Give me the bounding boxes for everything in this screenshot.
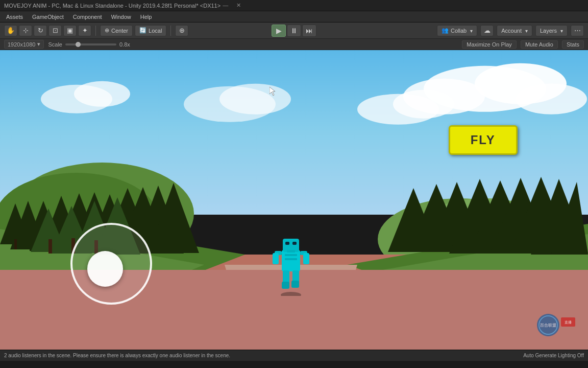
game-view: FLY 百合联盟 直播 [0, 50, 588, 350]
local-icon: 🔄 [139, 27, 146, 34]
collab-icon: 👥 [442, 27, 449, 34]
svg-text:直播: 直播 [565, 320, 572, 324]
maximize-on-play-btn[interactable]: Maximize On Play [462, 40, 517, 49]
account-label: Account [501, 28, 522, 34]
title-text: MOVEJOY ANIM - PC, Mac & Linux Standalon… [4, 3, 220, 9]
move-tool-btn[interactable]: ⊹ [19, 25, 32, 36]
scale-thumb[interactable] [76, 42, 81, 47]
stats-btn[interactable]: Stats [562, 40, 584, 49]
svg-rect-50 [48, 239, 52, 254]
toolbar-right: 👥 Collab ☁ Account Layers ⋯ [437, 25, 584, 36]
separator-2 [170, 26, 171, 36]
status-right-text: Auto Generate Lighting Off [523, 353, 584, 358]
svg-rect-65 [291, 281, 299, 288]
resolution-chevron-icon: ▾ [37, 41, 40, 48]
joystick-inner[interactable] [87, 251, 123, 287]
separator-1 [95, 26, 96, 36]
svg-marker-46 [31, 209, 66, 252]
toolbar: ✋ ⊹ ↻ ⊡ ▣ ✦ ⊕ Center 🔄 Local ⊕ ▶ ⏸ ⏭ 👥 C… [0, 22, 588, 39]
svg-rect-53 [282, 250, 300, 271]
resolution-value: 1920x1080 [8, 41, 35, 48]
sub-toolbar: 1920x1080 ▾ Scale 0.8x Maximize On Play … [0, 39, 588, 50]
mute-audio-btn[interactable]: Mute Audio [521, 40, 558, 49]
svg-rect-57 [287, 250, 295, 252]
svg-point-12 [475, 214, 588, 275]
local-label: Local [149, 28, 162, 34]
menu-bar: Assets GameObject Component Window Help [0, 11, 588, 22]
svg-rect-34 [14, 239, 17, 249]
pivot-icon: ⊕ [105, 27, 109, 34]
sub-toolbar-right: Maximize On Play Mute Audio Stats [462, 40, 584, 49]
scale-label: Scale [48, 41, 62, 48]
close-btn[interactable]: ✕ [234, 2, 243, 9]
rect-tool-btn[interactable]: ▣ [63, 25, 77, 36]
scale-value: 0.8x [119, 41, 130, 48]
cloud-button[interactable]: ☁ [480, 25, 494, 36]
svg-point-68 [281, 292, 301, 296]
scale-container: Scale 0.8x [48, 41, 130, 48]
collab-chevron-icon [469, 28, 473, 34]
title-bar-controls: — ✕ [220, 2, 243, 9]
svg-rect-35 [30, 242, 32, 251]
layers-button[interactable]: Layers [535, 25, 568, 36]
joystick-outer[interactable] [70, 223, 152, 305]
svg-rect-67 [285, 258, 297, 260]
more-btn[interactable]: ⋯ [571, 25, 584, 36]
center-label: Center [111, 28, 128, 34]
minimize-btn[interactable]: — [220, 2, 230, 9]
menu-assets[interactable]: Assets [2, 13, 27, 21]
layers-chevron-icon [559, 28, 563, 34]
watermark: 百合联盟 直播 [535, 312, 576, 338]
play-controls: ▶ ⏸ ⏭ [272, 25, 316, 37]
svg-rect-59 [273, 253, 279, 264]
hand-tool-btn[interactable]: ✋ [4, 25, 17, 36]
center-btn[interactable]: ⊕ Center [100, 25, 133, 36]
transform-tool-btn[interactable]: ✦ [78, 25, 91, 36]
fly-button-text: FLY [471, 133, 496, 147]
svg-rect-61 [303, 253, 309, 264]
menu-help[interactable]: Help [136, 13, 156, 21]
svg-rect-66 [285, 254, 297, 256]
svg-rect-63 [282, 282, 289, 289]
status-bar: 2 audio listeners in the scene. Please e… [0, 350, 588, 361]
svg-rect-36 [45, 241, 47, 250]
menu-window[interactable]: Window [107, 13, 135, 21]
robot-character [271, 224, 311, 296]
svg-text:百合联盟: 百合联盟 [540, 323, 556, 328]
play-button[interactable]: ▶ [272, 25, 286, 37]
rotate-tool-btn[interactable]: ↻ [34, 25, 47, 36]
extra-tool-btn[interactable]: ⊕ [175, 25, 188, 36]
layers-label: Layers [540, 28, 557, 34]
account-button[interactable]: Account [497, 25, 532, 36]
fly-button[interactable]: FLY [449, 125, 518, 155]
title-bar: MOVEJOY ANIM - PC, Mac & Linux Standalon… [0, 0, 588, 11]
scale-track[interactable] [65, 43, 116, 45]
status-left-text: 2 audio listeners in the scene. Please e… [4, 353, 230, 358]
account-chevron-icon [524, 28, 528, 34]
collab-button[interactable]: 👥 Collab [437, 25, 477, 36]
menu-gameobject[interactable]: GameObject [28, 13, 68, 21]
svg-rect-56 [292, 242, 297, 245]
step-button[interactable]: ⏭ [302, 25, 316, 37]
collab-label: Collab [451, 28, 467, 34]
scale-tool-btn[interactable]: ⊡ [48, 25, 62, 36]
pause-button[interactable]: ⏸ [287, 25, 301, 37]
transform-tools-group: ✋ ⊹ ↻ ⊡ ▣ ✦ [4, 25, 91, 36]
resolution-dropdown[interactable]: 1920x1080 ▾ [4, 40, 44, 49]
menu-component[interactable]: Component [69, 13, 106, 21]
svg-rect-55 [285, 242, 289, 245]
local-btn[interactable]: 🔄 Local [135, 25, 166, 36]
